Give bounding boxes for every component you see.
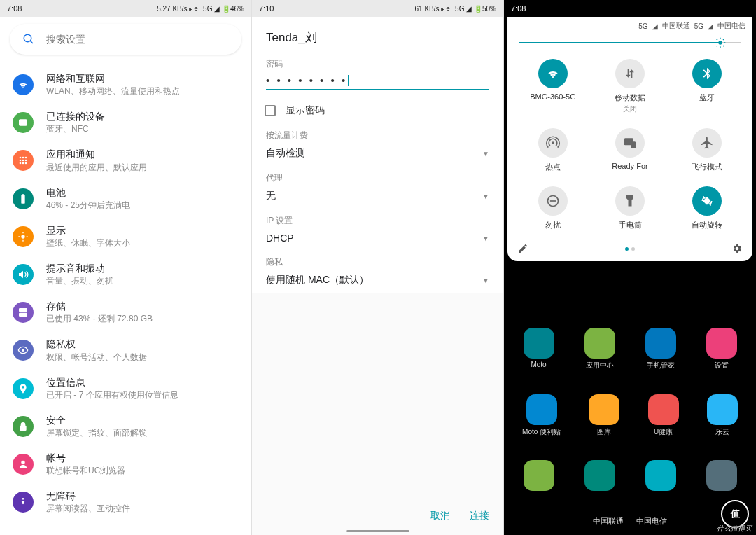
wifi-field-ip[interactable]: IP 设置 DHCP ▼ (252, 209, 503, 251)
settings-item-accounts[interactable]: 帐号 联想帐号和UC浏览器 (0, 445, 251, 483)
bluetooth-icon (692, 59, 722, 88)
qs-tile-airplane[interactable]: 飞行模式 (668, 124, 746, 176)
svg-point-5 (22, 157, 24, 159)
wifi-field-proxy[interactable]: 代理 无 ▼ (252, 167, 503, 209)
qs-tiles: BMG-360-5G 移动数据 关闭 蓝牙 热点 Ready For 飞行模式 … (507, 52, 752, 239)
item-title: 安全 (46, 414, 147, 426)
accounts-icon (13, 454, 34, 475)
cancel-button[interactable]: 取消 (430, 510, 450, 522)
svg-line-32 (723, 39, 724, 40)
qs-tile-bluetooth[interactable]: 蓝牙 (668, 55, 746, 118)
status-bar: 7:10 61 KB/s ⊞ ᯤ 5G ◢ 🔋50% (252, 0, 503, 17)
display-icon (13, 226, 34, 247)
settings-item-security[interactable]: 安全 屏幕锁定、指纹、面部解锁 (0, 408, 251, 445)
app-icon[interactable]: 应用中心 (584, 328, 615, 370)
app-icon[interactable]: Moto (524, 328, 554, 370)
svg-point-0 (24, 34, 31, 42)
svg-line-31 (716, 46, 717, 46)
dropdown-arrow-icon: ▼ (482, 150, 489, 158)
settings-item-network[interactable]: 网络和互联网 WLAN、移动网络、流量使用和热点 (0, 66, 251, 104)
svg-point-13 (21, 235, 24, 238)
item-title: 存储 (46, 300, 153, 312)
status-time: 7:08 (7, 4, 22, 13)
storage-icon (13, 302, 34, 323)
item-sub: 已使用 43% - 还剩 72.80 GB (46, 313, 153, 325)
app-icon[interactable]: 设置 (706, 328, 737, 370)
search-bar[interactable] (10, 24, 241, 55)
settings-icon[interactable] (732, 243, 743, 254)
qs-tile-dnd[interactable]: 勿扰 (514, 182, 592, 235)
item-title: 无障碍 (46, 489, 130, 502)
settings-item-apps[interactable]: 应用和通知 最近使用的应用、默认应用 (0, 141, 251, 179)
app-icon[interactable]: 手机管家 (645, 328, 676, 370)
watermark-text: 什么值得买 (717, 524, 752, 534)
qs-tile-hotspot[interactable]: 热点 (514, 124, 592, 176)
edit-icon[interactable] (517, 243, 528, 254)
settings-item-display[interactable]: 显示 壁纸、休眠、字体大小 (0, 218, 251, 256)
settings-item-location[interactable]: 位置信息 已开启 - 7 个应用有权使用位置信息 (0, 370, 251, 408)
item-title: 已连接的设备 (46, 110, 105, 123)
app-icon[interactable]: 图库 (589, 394, 620, 437)
svg-rect-3 (22, 122, 24, 124)
svg-point-9 (25, 160, 27, 162)
settings-item-storage[interactable]: 存储 已使用 43% - 还剩 72.80 GB (0, 293, 251, 331)
item-title: 位置信息 (46, 376, 178, 389)
connect-button[interactable]: 连接 (470, 510, 489, 522)
settings-item-accessibility[interactable]: 无障碍 屏幕阅读器、互动控件 (0, 483, 251, 521)
status-time: 7:08 (511, 4, 526, 13)
svg-rect-18 (20, 309, 27, 312)
show-password-checkbox[interactable]: 显示密码 (252, 97, 503, 124)
carrier-row: 5G◢ 中国联通 5G◢ 中国电信 (507, 17, 752, 35)
dropdown-arrow-icon: ▼ (482, 277, 489, 284)
wifi-field-privacy-mac[interactable]: 隐私 使用随机 MAC（默认） ▼ (252, 251, 503, 293)
item-sub: 46% - 25分钟后充满电 (46, 200, 130, 211)
app-icon[interactable]: U健康 (648, 394, 679, 437)
dock-app[interactable] (706, 460, 737, 491)
home-screen: Moto应用中心手机管家设置 Moto 便利贴图库U健康乐云 中国联通 — 中国… (504, 321, 756, 535)
qs-tile-readyfor[interactable]: Ready For (592, 124, 668, 176)
settings-item-privacy[interactable]: 隐私权 权限、帐号活动、个人数据 (0, 331, 251, 369)
app-icon[interactable]: 乐云 (707, 394, 738, 437)
wifi-ssid-title: Tenda_刘 (252, 17, 503, 53)
svg-point-10 (20, 162, 22, 165)
settings-pane: 7:08 5.27 KB/s ⊞ ᯤ 5G ◢ 🔋46% 网络和互联网 WLAN… (0, 0, 252, 535)
connected-icon (13, 112, 34, 133)
dock-app[interactable] (584, 460, 615, 491)
home-indicator (346, 530, 410, 532)
qs-tile-flashlight[interactable]: 手电筒 (592, 182, 668, 235)
dock-app[interactable] (645, 460, 676, 491)
dock-app[interactable] (524, 460, 554, 491)
airplane-icon (692, 128, 722, 158)
brightness-slider[interactable] (519, 42, 741, 43)
svg-line-30 (723, 46, 724, 46)
search-input[interactable] (46, 34, 229, 45)
password-input[interactable]: • • • • • • • • (266, 74, 489, 90)
item-sub: 最近使用的应用、默认应用 (46, 162, 147, 174)
security-icon (13, 416, 34, 437)
item-title: 应用和通知 (46, 148, 147, 160)
qs-tile-rotate[interactable]: 自动旋转 (668, 182, 746, 235)
rotate-icon (692, 186, 722, 216)
item-title: 网络和互联网 (46, 72, 180, 85)
app-icon[interactable]: Moto 便利贴 (522, 394, 561, 437)
qs-footer (507, 239, 752, 256)
wifi-field-metered[interactable]: 按流量计费 自动检测 ▼ (252, 124, 503, 167)
svg-rect-21 (20, 426, 26, 430)
qs-tile-wifi[interactable]: BMG-360-5G (514, 55, 592, 118)
svg-line-1 (30, 41, 33, 43)
settings-item-sound[interactable]: 提示音和振动 音量、振动、勿扰 (0, 256, 251, 293)
flashlight-icon (615, 186, 645, 216)
settings-item-battery[interactable]: 电池 46% - 25分钟后充满电 (0, 180, 251, 218)
carrier-label: 中国联通 — 中国电信 (508, 515, 752, 532)
hotspot-icon (538, 128, 568, 158)
network-icon (13, 74, 34, 95)
item-title: 提示音和振动 (46, 262, 113, 275)
status-bar: 7:08 (504, 0, 756, 17)
qs-tile-data[interactable]: 移动数据 关闭 (592, 55, 668, 118)
svg-line-29 (716, 39, 717, 40)
svg-point-4 (20, 157, 22, 159)
item-sub: 壁纸、休眠、字体大小 (46, 237, 130, 249)
item-sub: 联想帐号和UC浏览器 (46, 465, 125, 477)
svg-point-23 (22, 498, 24, 500)
settings-item-connected[interactable]: 已连接的设备 蓝牙、NFC (0, 104, 251, 141)
